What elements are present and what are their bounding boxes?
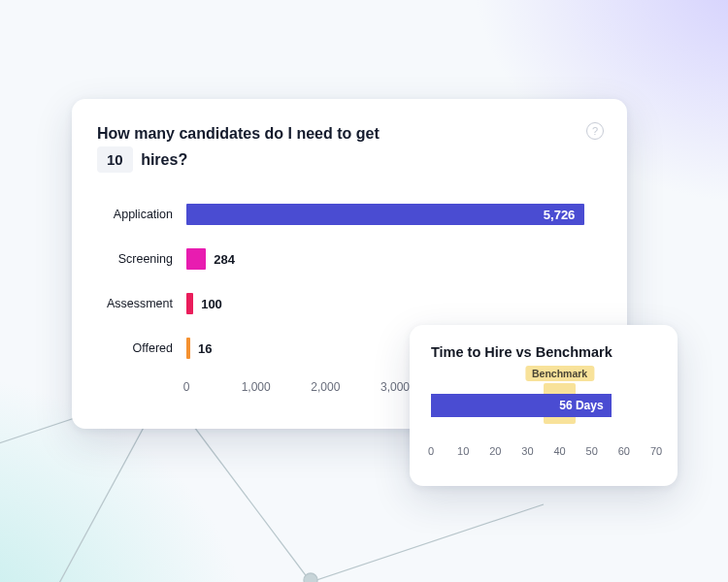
hires-count-input[interactable]: 10 — [97, 146, 133, 173]
funnel-bar — [186, 248, 206, 270]
axis-tick: 30 — [521, 445, 533, 457]
svg-line-3 — [311, 504, 544, 582]
benchmark-range-label: Benchmark — [525, 366, 594, 381]
axis-tick: 40 — [553, 445, 565, 457]
funnel-bar-value: 284 — [214, 252, 235, 267]
axis-tick: 0 — [428, 445, 434, 457]
funnel-stage-label: Application — [97, 208, 186, 221]
svg-point-5 — [304, 573, 317, 582]
benchmark-card: Time to Hire vs Benchmark Benchmark 56 D… — [410, 325, 678, 486]
axis-tick: 50 — [586, 445, 598, 457]
axis-tick: 10 — [457, 445, 469, 457]
funnel-stage-label: Offered — [97, 341, 186, 355]
axis-tick: 60 — [618, 445, 630, 457]
benchmark-chart: Benchmark 56 Days — [431, 383, 656, 441]
axis-tick: 0 — [183, 380, 190, 394]
axis-tick: 3,000 — [381, 380, 410, 394]
funnel-bar-value: 5,726 — [544, 208, 576, 222]
funnel-bar: 5,726 — [186, 204, 584, 225]
funnel-row: Assessment100 — [97, 281, 602, 326]
funnel-title: How many candidates do I need to get 10 … — [97, 122, 437, 173]
funnel-row: Screening284 — [97, 237, 602, 281]
time-to-hire-value: 56 Days — [559, 399, 603, 412]
funnel-stage-label: Screening — [97, 252, 186, 266]
funnel-bar-value: 16 — [198, 341, 212, 356]
funnel-stage-label: Assessment — [97, 297, 186, 310]
funnel-row: Application5,726 — [97, 192, 602, 237]
title-suffix: hires? — [141, 151, 187, 168]
time-to-hire-bar: 56 Days — [431, 394, 612, 417]
axis-tick: 1,000 — [242, 380, 271, 394]
benchmark-x-axis: 010203040506070 — [431, 443, 656, 463]
axis-tick: 20 — [489, 445, 501, 457]
axis-tick: 70 — [650, 445, 662, 457]
axis-tick: 2,000 — [311, 380, 340, 394]
help-icon[interactable]: ? — [586, 122, 604, 140]
funnel-bar — [186, 293, 193, 314]
benchmark-title: Time to Hire vs Benchmark — [431, 344, 656, 360]
title-prefix: How many candidates do I need to get — [97, 125, 380, 142]
funnel-bar — [186, 338, 190, 359]
funnel-bar-value: 100 — [201, 297, 222, 311]
